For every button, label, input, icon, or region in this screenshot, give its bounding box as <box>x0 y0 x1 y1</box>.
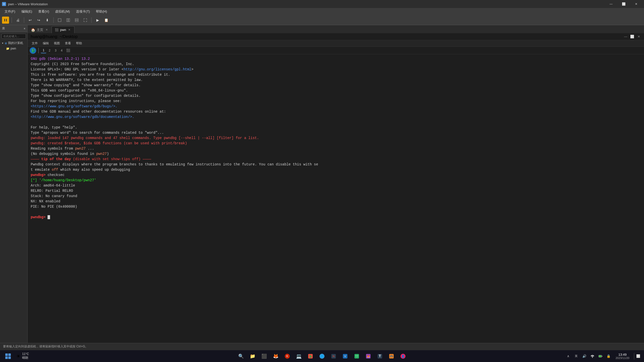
term-menu-view[interactable]: 视图 <box>52 41 62 46</box>
close-button[interactable]: ✕ <box>630 0 642 8</box>
snapshot-forward-button[interactable]: ↪ <box>35 17 42 24</box>
copyright-text: Copyright (C) 2023 Free Software Foundat… <box>31 62 134 66</box>
tray-lock-icon[interactable]: 🔒 <box>605 353 612 360</box>
taskbar-app9-btn[interactable]: N <box>329 351 339 361</box>
pie-line: PIE: No PIE (0x400000) <box>31 204 641 209</box>
clip-button[interactable]: 📋 <box>103 17 110 24</box>
menu-view[interactable]: 查看(V) <box>36 9 52 14</box>
weather-info: 11°C 晴朗 <box>22 352 29 360</box>
taskbar-app8-btn[interactable]: 🌐 <box>317 351 327 361</box>
term-menu-edit[interactable]: 编辑 <box>41 41 51 46</box>
tray-battery-icon[interactable] <box>597 353 604 360</box>
main-tab-bar: 🏠 主页 ✕ ⬛ pwn ✕ <box>28 25 644 33</box>
tray-input-btn[interactable]: 英 <box>573 353 580 360</box>
view-btn-2[interactable] <box>65 17 72 24</box>
menu-tabs[interactable]: 选项卡(T) <box>73 9 93 14</box>
pwndbg-loaded-line: pwndbg: loaded 147 pwndbg commands and 4… <box>31 135 641 141</box>
menu-edit[interactable]: 编辑(E) <box>19 9 35 14</box>
tray-expand-btn[interactable]: ∧ <box>565 353 572 360</box>
taskbar-firefox-btn[interactable]: 🦊 <box>271 351 281 361</box>
tab-pwn[interactable]: ⬛ pwn ✕ <box>52 26 74 33</box>
taskbar-app14-btn[interactable]: 🎮 <box>386 351 396 361</box>
app-body: 库 × ▾ 🖥 我的计算机 📁 pwn 🏠 主页 <box>0 25 644 343</box>
taskbar-right: ∧ 英 🔊 🔒 13:49 2023/11/20 <box>565 352 641 360</box>
tab-home-close[interactable]: ✕ <box>45 28 48 32</box>
weather-widget[interactable]: ☀ 11°C 晴朗 <box>14 351 31 361</box>
taskbar-app11-btn[interactable]: 🛡 <box>352 351 362 361</box>
tray-network-icon[interactable] <box>589 353 596 360</box>
manual-link-line: <http://www.gnu.org/software/gdb/documen… <box>31 114 641 120</box>
view-btn-3[interactable] <box>73 17 80 24</box>
kali-logo-icon: 🐉 <box>30 47 36 54</box>
terminal-resize-btn[interactable]: ⬜ <box>630 34 634 39</box>
terminal-body[interactable]: GNU gdb (Debian 13.2-1) 13.2 Copyright (… <box>28 54 644 343</box>
clock-widget[interactable]: 13:49 2023/11/20 <box>614 352 631 360</box>
taskbar-app13-btn[interactable]: T <box>375 351 385 361</box>
view-btn-1[interactable] <box>56 17 63 24</box>
start-button[interactable] <box>3 351 13 361</box>
term-menu-search[interactable]: 查看 <box>63 41 73 46</box>
license-end: > <box>191 67 193 71</box>
apropos-text: Type "apropos word" to search for comman… <box>31 131 164 135</box>
taskbar-app7-btn[interactable]: 🐉 <box>305 351 315 361</box>
settings-button[interactable]: ▶ <box>94 17 101 24</box>
tray-volume-icon[interactable]: 🔊 <box>581 353 588 360</box>
license-start: License GPLv3+: GNU GPL version 3 or lat… <box>31 67 124 71</box>
taskbar-search-btn[interactable]: 🔍 <box>236 351 246 361</box>
minimize-button[interactable]: — <box>605 0 617 8</box>
taskbar-app12-btn[interactable]: 🦊 <box>363 351 373 361</box>
terminal-minimize-btn[interactable]: — <box>623 34 628 39</box>
svg-rect-11 <box>75 20 78 22</box>
relro-line: RELRO: Partial RELRO <box>31 188 641 194</box>
no-debug-end: ) <box>107 152 109 156</box>
svg-text:V: V <box>344 355 346 358</box>
tip-text-line: Pwndbg context displays where the progra… <box>31 162 641 167</box>
sidebar-search-area <box>0 32 27 40</box>
tab-pwn-close[interactable]: ✕ <box>68 28 71 32</box>
sidebar: 库 × ▾ 🖥 我的计算机 📁 pwn <box>0 25 28 343</box>
sidebar-tree-computer[interactable]: ▾ 🖥 我的计算机 <box>0 40 27 46</box>
snapshot-back-button[interactable]: ↩ <box>27 17 34 24</box>
sidebar-close-btn[interactable]: × <box>24 27 25 30</box>
svg-text:🎮: 🎮 <box>390 354 393 358</box>
menu-file[interactable]: 文件(F) <box>2 9 18 14</box>
free-software-line: This is free software: you are free to c… <box>31 72 641 77</box>
snapshot-down-button[interactable]: ⬇ <box>44 17 51 24</box>
terminal-title: huang@huang: ~/Desktop <box>31 34 78 39</box>
term-menu-help[interactable]: 帮助 <box>74 41 84 46</box>
menu-vm[interactable]: 虚拟机(M) <box>53 9 72 14</box>
clock-time: 13:49 <box>618 353 627 356</box>
print-button[interactable]: 🖨 <box>14 17 21 24</box>
inner-tab-1[interactable]: 1 <box>41 48 46 53</box>
menu-help[interactable]: 帮助(H) <box>93 9 109 14</box>
taskbar-app10-btn[interactable]: V <box>340 351 350 361</box>
tab-pwn-label: pwn <box>60 28 66 32</box>
relro-label: RELRO: <box>31 189 43 193</box>
pause-button[interactable] <box>2 17 9 24</box>
taskbar-explorer-btn[interactable]: 📁 <box>248 351 258 361</box>
free-software-text: This is free software: you are free to c… <box>31 73 170 77</box>
taskbar-terminal-btn[interactable]: ⬛ <box>259 351 269 361</box>
tip-dashes-end: ) ———— <box>139 157 151 161</box>
svg-text:🐉: 🐉 <box>309 355 312 358</box>
term-menu-file[interactable]: 文件 <box>30 41 40 46</box>
arch-line: Arch: amd64-64-little <box>31 183 641 188</box>
sidebar-search-input[interactable] <box>2 34 26 39</box>
inner-tab-3[interactable]: 3 <box>53 48 58 53</box>
taskbar-app5-btn[interactable]: K <box>282 351 292 361</box>
tab-home[interactable]: 🏠 主页 ✕ <box>28 26 52 33</box>
taskbar: ☀ 11°C 晴朗 🔍 📁 ⬛ 🦊 K 💻 🐉 <box>0 350 644 362</box>
taskbar-app6-btn[interactable]: 💻 <box>294 351 304 361</box>
folder-icon: 📁 <box>6 47 10 50</box>
inner-tab-2[interactable]: 2 <box>47 48 52 53</box>
maximize-button[interactable]: ⬜ <box>618 0 629 8</box>
sidebar-tree-pwn[interactable]: 📁 pwn <box>0 46 27 51</box>
show-desktop-btn[interactable]: ⬜ <box>634 353 641 360</box>
inner-tab-4[interactable]: 4 <box>59 48 64 53</box>
tip-text-content: Pwndbg context displays where the progra… <box>31 162 318 166</box>
terminal-shell-icon[interactable]: ⬛ <box>65 48 71 53</box>
svg-text:👤: 👤 <box>401 354 405 358</box>
taskbar-app15-btn[interactable]: 👤 <box>398 351 408 361</box>
view-btn-fullscreen[interactable] <box>82 17 89 24</box>
terminal-close-btn[interactable]: ✕ <box>636 34 641 39</box>
